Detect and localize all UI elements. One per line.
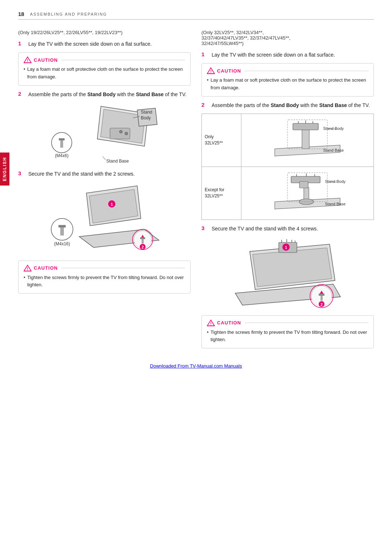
left-model-note: (Only 19/22/26LV25**, 22/26LV55**, 19/22… (18, 30, 191, 35)
svg-text:Body: Body (141, 115, 151, 120)
variant-2-label: Except for32LV25** (202, 167, 241, 220)
left-diagram-2: (M4x16) 1 (18, 182, 191, 255)
left-step-3-text: Secure the TV and the stand with the 2 s… (28, 170, 135, 178)
variant-1-svg: Stand Body Stand Base (268, 116, 347, 163)
left-step-3-number: 3 (18, 170, 25, 176)
svg-rect-31 (142, 239, 144, 243)
screw-assembly-diagram: (M4x16) 1 (45, 182, 164, 255)
variant-1-label: Only32LV25** (202, 114, 241, 167)
left-step-1-text: Lay the TV with the screen side down on … (28, 40, 152, 48)
right-step-2-text: Assemble the parts of the Stand Body wit… (212, 102, 370, 109)
left-step-2-text: Assemble the parts of the Stand Body wit… (28, 91, 187, 98)
right-step-3: 3 Secure the TV and the stand with the 4… (201, 225, 374, 233)
left-step-2: 2 Assemble the parts of the Stand Body w… (18, 91, 191, 98)
left-caution-1-header: ! CAUTION (24, 56, 185, 64)
right-step-1-text: Lay the TV with the screen side down on … (212, 51, 335, 59)
svg-point-52 (299, 199, 314, 205)
variant-1-diagram: Stand Body Stand Base (241, 114, 374, 167)
left-step-3: 3 Secure the TV and the stand with the 2… (18, 170, 191, 178)
svg-rect-75 (319, 294, 324, 296)
svg-text:1: 1 (285, 245, 287, 250)
page-number: 18 (18, 11, 24, 17)
variant-row-1: Only32LV25** (202, 114, 374, 167)
svg-text:!: ! (27, 267, 28, 271)
right-caution-2: ! CAUTION Tighten the screws firmly to p… (201, 315, 374, 349)
svg-rect-40 (302, 127, 309, 149)
left-caution-2-header: ! CAUTION (24, 265, 185, 272)
right-caution-1: ! CAUTION Lay a foam mat or soft protect… (201, 63, 374, 97)
svg-text:Stand Base: Stand Base (323, 148, 344, 152)
english-tab: ENGLISH (0, 152, 9, 185)
right-step-3-number: 3 (201, 225, 208, 231)
svg-rect-76 (320, 296, 323, 301)
svg-text:Stand Base: Stand Base (106, 159, 129, 164)
svg-rect-41 (293, 123, 318, 130)
left-step-1-number: 1 (18, 40, 25, 46)
caution-icon: ! (24, 56, 32, 64)
variant-row-2: Except for32LV25** (202, 167, 374, 220)
caution-line (61, 60, 185, 60)
page-header: 18 ASSEMBLING AND PREPARING (18, 11, 374, 20)
footer-link[interactable]: Downloaded From TV-Manual.com Manuals (150, 363, 242, 369)
right-caution-2-label: CAUTION (217, 320, 241, 325)
left-column: (Only 19/22/26LV25**, 22/26LV55**, 19/22… (18, 30, 191, 353)
right-diagram-screws: 1 2 (201, 237, 374, 310)
svg-text:Stand Body: Stand Body (325, 179, 346, 184)
right-model-note: (Only 32LV25**, 32/42LV34**, 32/37/40/42… (201, 30, 374, 46)
svg-text:!: ! (210, 321, 212, 326)
page-title: ASSEMBLING AND PREPARING (30, 12, 107, 16)
main-content: (Only 19/22/26LV25**, 22/26LV55**, 19/22… (18, 30, 374, 353)
svg-text:Stand Body: Stand Body (323, 126, 344, 131)
right-step-1: 1 Lay the TV with the screen side down o… (201, 51, 374, 59)
svg-text:2: 2 (141, 245, 143, 249)
left-caution-1-label: CAUTION (34, 57, 58, 63)
right-caution-2-text: Tighten the screws firmly to prevent the… (207, 329, 368, 344)
svg-text:(M4x16): (M4x16) (54, 241, 70, 246)
right-caution-icon-2: ! (207, 319, 215, 327)
svg-text:2: 2 (320, 302, 322, 307)
svg-text:1: 1 (110, 202, 113, 206)
right-caution-line-2 (245, 323, 368, 323)
right-screw-diagram: 1 2 (228, 237, 348, 310)
svg-point-12 (125, 132, 128, 135)
right-step-3-text: Secure the TV and the stand with the 4 s… (212, 225, 318, 233)
right-caution-2-header: ! CAUTION (207, 319, 368, 327)
svg-text:!: ! (210, 69, 212, 74)
svg-text:(M4x6): (M4x6) (55, 153, 68, 158)
stand-variants-table: Only32LV25** (201, 114, 374, 220)
right-step-1-number: 1 (201, 51, 208, 57)
right-column: (Only 32LV25**, 32/42LV34**, 32/37/40/42… (201, 30, 374, 353)
variant-2-svg: Stand Body Stand Base (268, 169, 347, 216)
svg-rect-19 (58, 225, 66, 228)
left-step-2-number: 2 (18, 91, 25, 97)
left-diagram-1: (M4x6) Stand (18, 103, 191, 164)
left-caution-1-text: Lay a foam mat or soft protective cloth … (24, 66, 185, 81)
left-caution-1: ! CAUTION Lay a foam mat or soft protect… (18, 52, 191, 86)
svg-rect-30 (140, 237, 145, 239)
left-caution-2: ! CAUTION Tighten the screws firmly to p… (18, 261, 191, 294)
variant-2-diagram: Stand Body Stand Base (241, 167, 374, 220)
left-caution-2-text: Tighten the screws firmly to prevent the… (24, 274, 185, 289)
svg-rect-4 (60, 140, 63, 148)
right-caution-line-1 (245, 71, 368, 71)
right-step-2-number: 2 (201, 102, 208, 108)
svg-rect-54 (299, 181, 308, 188)
svg-text:!: ! (27, 58, 28, 63)
right-caution-1-label: CAUTION (217, 68, 241, 74)
svg-text:Stand Base: Stand Base (325, 202, 346, 206)
left-step-1: 1 Lay the TV with the screen side down o… (18, 40, 191, 48)
svg-line-17 (103, 156, 106, 160)
svg-rect-20 (60, 228, 64, 235)
right-caution-1-text: Lay a foam mat or soft protective cloth … (207, 77, 368, 92)
left-caution-2-label: CAUTION (34, 265, 58, 271)
caution-icon-2: ! (24, 265, 32, 272)
right-caution-1-header: ! CAUTION (207, 67, 368, 74)
svg-text:Stand: Stand (141, 110, 152, 115)
right-step-2: 2 Assemble the parts of the Stand Body w… (201, 102, 374, 109)
right-caution-icon-1: ! (207, 67, 215, 74)
caution-line-2 (61, 268, 185, 268)
stand-assembly-diagram: (M4x6) Stand (46, 103, 163, 164)
svg-point-11 (119, 130, 122, 133)
